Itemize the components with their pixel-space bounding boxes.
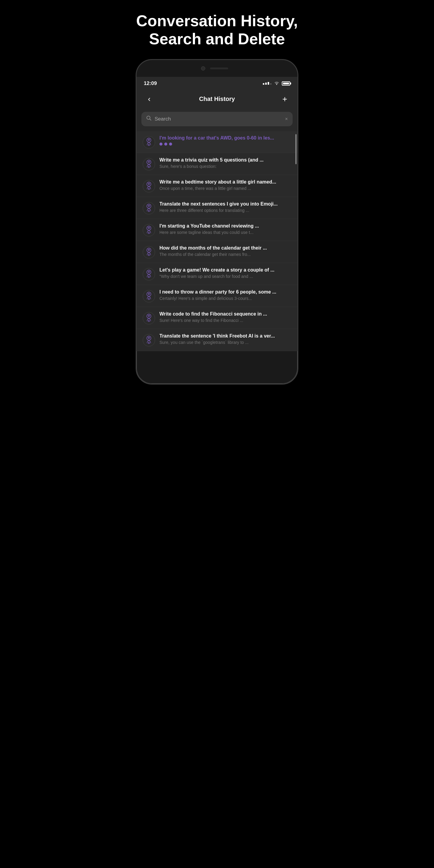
chat-item-title: Translate the sentence 'I think Freebot … [159,333,291,339]
chat-item-content: Translate the next sentences I give you … [159,201,291,213]
chat-item-content: I'm starting a YouTube channel reviewing… [159,223,291,235]
chat-item-content: I need to throw a dinner party for 6 peo… [159,289,291,301]
chat-item-content: Let's play a game! We create a story a c… [159,267,291,279]
svg-point-9 [148,166,150,167]
status-bar: 12:09 [136,77,298,90]
chat-item[interactable]: I'm starting a YouTube channel reviewing… [136,219,298,241]
chat-item[interactable]: Write me a trivia quiz with 5 questions … [136,153,298,175]
svg-point-33 [148,298,150,299]
svg-point-29 [148,276,150,277]
chat-item-title: Let's play a game! We create a story a c… [159,267,291,273]
svg-point-28 [148,271,150,273]
chat-item[interactable]: Translate the next sentences I give you … [136,197,298,219]
signal-icon [263,82,272,85]
search-bar[interactable]: Search × [141,112,293,126]
chat-item[interactable]: Let's play a game! We create a story a c… [136,263,298,285]
avatar [143,246,155,258]
svg-point-16 [148,205,150,207]
phone-frame: 12:09 [135,59,299,384]
chat-item-subtitle: Sure, you can use the `googletrans` libr… [159,340,291,345]
chat-item-content: Write me a trivia quiz with 5 questions … [159,157,291,169]
chat-item-subtitle: "Why don't we team up and search for foo… [159,274,291,279]
content-area: I'm looking for a car that's AWD, goes 0… [136,131,298,351]
chat-item[interactable]: I need to throw a dinner party for 6 peo… [136,285,298,307]
svg-point-36 [148,315,150,317]
search-container: Search × [136,108,298,131]
chat-item[interactable]: I'm looking for a car that's AWD, goes 0… [136,131,298,153]
nav-bar: ‹ Chat History + [136,90,298,108]
loading-dots [159,143,291,146]
avatar [143,312,155,324]
chat-item-title: Write me a trivia quiz with 5 questions … [159,157,291,163]
chat-item[interactable]: Write code to find the Fibonacci sequenc… [136,307,298,329]
avatar [143,202,155,215]
chat-item-subtitle: Here are three different options for tra… [159,208,291,213]
chat-item-content: How did the months of the calendar get t… [159,245,291,257]
battery-icon [282,82,290,86]
avatar [143,290,155,303]
phone-camera [201,66,205,70]
search-clear-button[interactable]: × [285,116,288,122]
chat-item-title: Write me a bedtime story about a little … [159,179,291,185]
status-icons [263,81,290,86]
back-button[interactable]: ‹ [144,94,155,104]
chat-item-title: Translate the next sentences I give you … [159,201,291,207]
scroll-indicator [296,134,297,164]
add-chat-button[interactable]: + [279,94,290,104]
page-wrapper: Conversation History, Search and Delete … [108,0,326,434]
svg-point-21 [148,232,150,233]
chat-list: I'm looking for a car that's AWD, goes 0… [136,131,298,351]
chat-item[interactable]: Write me a bedtime story about a little … [136,175,298,197]
svg-line-1 [150,119,151,121]
chat-item-subtitle: Once upon a time, there was a little gir… [159,186,291,191]
chat-item-subtitle: Here are some tagline ideas that you cou… [159,230,291,235]
svg-point-41 [148,342,150,343]
page-header: Conversation History, Search and Delete [108,12,326,48]
chat-item-subtitle: Sure, here's a bonus question: [159,164,291,169]
svg-point-8 [148,161,150,163]
avatar [143,334,155,347]
svg-point-24 [148,249,150,251]
nav-title: Chat History [199,96,235,102]
chat-item-subtitle: The months of the calendar get their nam… [159,252,291,257]
chat-item-subtitle: Certainly! Here's a simple and delicious… [159,296,291,301]
avatar [143,268,155,281]
avatar [143,224,155,237]
wifi-icon [274,81,279,86]
svg-point-40 [148,337,150,339]
chat-item-subtitle: Sure! Here's one way to find the Fibonac… [159,318,291,323]
phone-speaker [210,67,228,69]
status-time: 12:09 [144,81,157,87]
chat-item[interactable]: Translate the sentence 'I think Freebot … [136,329,298,351]
svg-point-4 [148,139,150,141]
chat-item-title: I need to throw a dinner party for 6 peo… [159,289,291,295]
svg-point-20 [148,227,150,229]
chat-item-content: Write me a bedtime story about a little … [159,179,291,191]
chat-item-content: Write code to find the Fibonacci sequenc… [159,311,291,323]
svg-point-17 [148,210,150,211]
chat-item-title: How did the months of the calendar get t… [159,245,291,251]
search-icon [146,116,152,122]
svg-point-5 [148,144,150,145]
avatar [143,180,155,193]
chat-item-title: Write code to find the Fibonacci sequenc… [159,311,291,317]
svg-point-12 [148,183,150,185]
svg-point-25 [148,254,150,255]
chat-item-content: Translate the sentence 'I think Freebot … [159,333,291,345]
svg-point-32 [148,293,150,295]
avatar [143,136,155,149]
svg-point-37 [148,320,150,321]
chat-item[interactable]: How did the months of the calendar get t… [136,241,298,263]
phone-top-bar [136,60,298,77]
chat-item-title: I'm starting a YouTube channel reviewing… [159,223,291,229]
chat-item-title: I'm looking for a car that's AWD, goes 0… [159,135,291,141]
svg-point-13 [148,188,150,189]
avatar [143,158,155,170]
chat-item-content: I'm looking for a car that's AWD, goes 0… [159,135,291,146]
search-input[interactable]: Search [155,116,282,122]
